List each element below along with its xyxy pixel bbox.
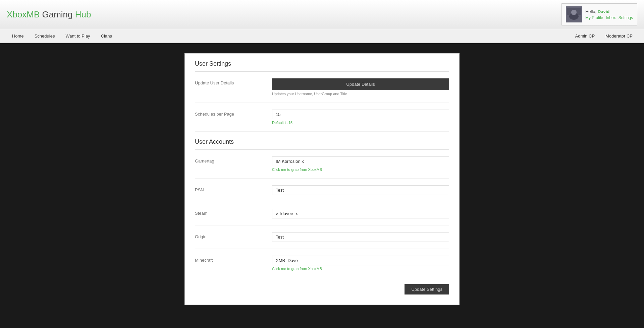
nav-bar: Home Schedules Want to Play Clans Admin … <box>0 29 644 43</box>
psn-row: PSN <box>195 185 449 202</box>
update-details-button[interactable]: Update Details <box>272 78 449 90</box>
update-user-details-control: Update Details Updates your Username, Us… <box>272 78 449 96</box>
schedules-per-page-input[interactable] <box>272 110 449 119</box>
user-panel: Hello, David My Profile Inbox Settings <box>561 3 637 25</box>
nav-schedules[interactable]: Schedules <box>29 30 60 42</box>
steam-input[interactable] <box>272 209 449 218</box>
origin-label: Origin <box>195 232 272 239</box>
psn-input[interactable] <box>272 185 449 195</box>
origin-input[interactable] <box>272 232 449 242</box>
hello-text: Hello, <box>585 9 598 14</box>
minecraft-input[interactable] <box>272 256 449 265</box>
user-links: My Profile Inbox Settings <box>585 15 633 20</box>
update-settings-button[interactable]: Update Settings <box>405 284 449 294</box>
update-details-hint: Updates your Username, UserGroup and Tit… <box>272 92 449 96</box>
gamertag-label: Gamertag <box>195 156 272 163</box>
nav-left: Home Schedules Want to Play Clans <box>7 30 117 42</box>
steam-label: Steam <box>195 209 272 216</box>
psn-label: PSN <box>195 185 272 192</box>
gamertag-grab-link[interactable]: Click me to grab from XboxMB <box>272 168 449 172</box>
steam-row: Steam <box>195 209 449 225</box>
update-user-details-row: Update User Details Update Details Updat… <box>195 78 449 103</box>
schedules-per-page-row: Schedules per Page Default is 15 <box>195 110 449 132</box>
svg-point-3 <box>571 10 577 15</box>
settings-link[interactable]: Settings <box>619 15 633 20</box>
logo-hub: Hub <box>75 9 91 19</box>
gamertag-input[interactable] <box>272 156 449 166</box>
minecraft-label: Minecraft <box>195 256 272 263</box>
nav-moderator-cp[interactable]: Moderator CP <box>601 30 637 42</box>
nav-home[interactable]: Home <box>7 30 29 42</box>
schedules-default-hint: Default is 15 <box>272 121 449 125</box>
schedules-per-page-label: Schedules per Page <box>195 110 272 117</box>
origin-row: Origin <box>195 232 449 249</box>
username-text: David <box>598 9 609 14</box>
schedules-per-page-control: Default is 15 <box>272 110 449 125</box>
main-content: User Settings Update User Details Update… <box>0 43 644 315</box>
nav-clans[interactable]: Clans <box>96 30 117 42</box>
section-divider-1 <box>195 71 449 72</box>
nav-admin-cp[interactable]: Admin CP <box>571 30 600 42</box>
origin-control <box>272 232 449 242</box>
psn-control <box>272 185 449 195</box>
gamertag-row: Gamertag Click me to grab from XboxMB <box>195 156 449 179</box>
minecraft-row: Minecraft Click me to grab from XboxMB <box>195 256 449 277</box>
steam-control <box>272 209 449 218</box>
nav-want-to-play[interactable]: Want to Play <box>60 30 95 42</box>
site-header: XboxMB Gaming Hub Hello, David My Profil… <box>0 0 644 29</box>
page-title: User Settings <box>195 60 449 67</box>
gamertag-control: Click me to grab from XboxMB <box>272 156 449 172</box>
settings-card: User Settings Update User Details Update… <box>184 53 460 305</box>
nav-right: Admin CP Moderator CP <box>571 30 637 42</box>
user-info: Hello, David My Profile Inbox Settings <box>585 9 633 20</box>
section-divider-2 <box>195 149 449 150</box>
site-logo: XboxMB Gaming Hub <box>7 9 91 20</box>
avatar <box>566 6 582 22</box>
user-accounts-title: User Accounts <box>195 138 449 145</box>
logo-gaming: Gaming <box>40 9 75 19</box>
inbox-link[interactable]: Inbox <box>606 15 615 20</box>
user-accounts-section: User Accounts Gamertag Click me to grab … <box>195 138 449 277</box>
minecraft-control: Click me to grab from XboxMB <box>272 256 449 271</box>
minecraft-grab-link[interactable]: Click me to grab from XboxMB <box>272 267 449 271</box>
update-user-details-label: Update User Details <box>195 78 272 85</box>
my-profile-link[interactable]: My Profile <box>585 15 603 20</box>
logo-xbox: XboxMB <box>7 9 40 19</box>
